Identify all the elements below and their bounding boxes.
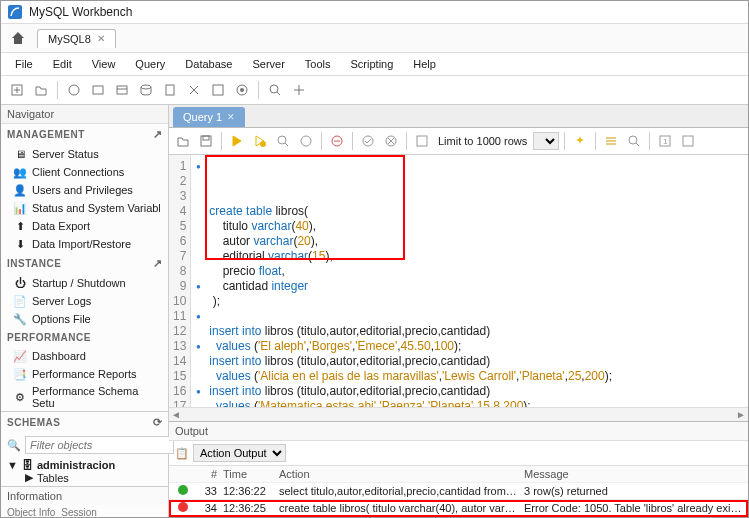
nav-server-status[interactable]: 🖥Server Status [1, 145, 168, 163]
svg-point-8 [141, 85, 151, 89]
statement-markers: ●●●●● [191, 155, 205, 407]
search-icon: 🔍 [7, 439, 21, 452]
tool-icon-5[interactable] [160, 80, 180, 100]
instance-header: INSTANCE ↗ [1, 253, 168, 274]
invisible-chars-icon[interactable] [624, 131, 644, 151]
close-icon[interactable]: ✕ [227, 112, 235, 122]
tool-icon-3[interactable] [112, 80, 132, 100]
separator [649, 132, 650, 150]
wrap-icon[interactable]: 1 [655, 131, 675, 151]
schema-filter-input[interactable] [25, 436, 174, 454]
new-sql-tab-icon[interactable] [7, 80, 27, 100]
nav-status-variables[interactable]: 📊Status and System Variabl [1, 199, 168, 217]
autocommit-icon[interactable] [412, 131, 432, 151]
separator [564, 132, 565, 150]
startup-icon: ⏻ [13, 276, 27, 290]
query-tab[interactable]: Query 1 ✕ [173, 107, 245, 127]
nav-server-logs[interactable]: 📄Server Logs [1, 292, 168, 310]
nav-dashboard[interactable]: 📈Dashboard [1, 347, 168, 365]
logs-icon: 📄 [13, 294, 27, 308]
connection-tab[interactable]: MySQL8 ✕ [37, 29, 116, 48]
refresh-icon[interactable]: ⟳ [153, 416, 163, 429]
save-icon[interactable] [196, 131, 216, 151]
nav-client-connections[interactable]: 👥Client Connections [1, 163, 168, 181]
execute-icon[interactable] [227, 131, 247, 151]
schema-tables[interactable]: ▶Tables [7, 471, 162, 484]
limit-label: Limit to 1000 rows [435, 135, 530, 147]
nav-data-export[interactable]: ⬆Data Export [1, 217, 168, 235]
svg-point-18 [278, 136, 286, 144]
menu-server[interactable]: Server [244, 55, 292, 73]
editor-toolbar: Limit to 1000 rows 1 [169, 128, 748, 155]
open-file-icon[interactable] [173, 131, 193, 151]
menu-tools[interactable]: Tools [297, 55, 339, 73]
tab-object-info[interactable]: Object Info [7, 507, 55, 518]
home-button[interactable] [7, 28, 29, 48]
execute-current-icon[interactable] [250, 131, 270, 151]
close-icon[interactable]: ✕ [97, 33, 105, 44]
nav-data-import[interactable]: ⬇Data Import/Restore [1, 235, 168, 253]
schema-db[interactable]: ▼🗄administracion [7, 459, 162, 471]
menu-file[interactable]: File [7, 55, 41, 73]
tool-icon-7[interactable] [208, 80, 228, 100]
limit-select[interactable] [533, 132, 559, 150]
output-row[interactable]: 33 12:36:22 select titulo,autor,editoria… [169, 483, 748, 500]
nav-startup-shutdown[interactable]: ⏻Startup / Shutdown [1, 274, 168, 292]
svg-rect-5 [93, 86, 103, 94]
output-header: # Time Action Message [169, 466, 748, 483]
output-row-error[interactable]: 34 12:36:25 create table libros( titulo … [169, 500, 748, 517]
code-area[interactable]: create table libros( titulo varchar(40),… [205, 155, 616, 407]
explain-icon[interactable] [273, 131, 293, 151]
svg-rect-0 [8, 5, 22, 19]
tab-session[interactable]: Session [61, 507, 97, 518]
stop-icon[interactable] [296, 131, 316, 151]
object-info-tabs: Object Info Session [1, 505, 168, 518]
svg-rect-6 [117, 86, 127, 94]
tool-icon-8[interactable] [232, 80, 252, 100]
rollback-icon[interactable] [381, 131, 401, 151]
line-gutter: 1234567891011121314151617 [169, 155, 191, 407]
dashboard-icon: 📈 [13, 349, 27, 363]
tool-icon-2[interactable] [88, 80, 108, 100]
schema-setup-icon: ⚙ [13, 390, 27, 404]
svg-point-13 [270, 85, 278, 93]
open-sql-icon[interactable] [31, 80, 51, 100]
commit-icon[interactable] [358, 131, 378, 151]
editor-scrollbar[interactable]: ◄► [169, 407, 748, 421]
svg-rect-9 [166, 85, 174, 95]
snippets-icon[interactable] [678, 131, 698, 151]
collapse-icon[interactable]: ↗ [153, 128, 163, 141]
collapse-icon[interactable]: ↗ [153, 257, 163, 270]
nav-users-privileges[interactable]: 👤Users and Privileges [1, 181, 168, 199]
menu-help[interactable]: Help [405, 55, 444, 73]
svg-point-4 [69, 85, 79, 95]
svg-line-14 [277, 92, 280, 95]
output-menu-icon[interactable]: 📋 [175, 447, 189, 460]
expand-icon[interactable]: ▼ [7, 459, 18, 471]
menu-database[interactable]: Database [177, 55, 240, 73]
output-grid: # Time Action Message 33 12:36:22 select… [169, 466, 748, 517]
toggle-icon-1[interactable] [327, 131, 347, 151]
beautify-icon[interactable] [570, 131, 590, 151]
expand-icon[interactable]: ▶ [25, 471, 33, 484]
tool-icon-1[interactable] [64, 80, 84, 100]
navigator-panel: Navigator MANAGEMENT ↗ 🖥Server Status 👥C… [1, 105, 169, 517]
nav-perf-reports[interactable]: 📑Performance Reports [1, 365, 168, 383]
separator [595, 132, 596, 150]
menu-view[interactable]: View [84, 55, 124, 73]
connection-tabs: MySQL8 ✕ [1, 24, 748, 53]
nav-options-file[interactable]: 🔧Options File [1, 310, 168, 328]
menu-query[interactable]: Query [127, 55, 173, 73]
information-header: Information [1, 486, 168, 505]
tool-icon-6[interactable] [184, 80, 204, 100]
find-icon[interactable] [601, 131, 621, 151]
output-type-select[interactable]: Action Output [193, 444, 286, 462]
tool-icon-4[interactable] [136, 80, 156, 100]
sql-editor[interactable]: 1234567891011121314151617 ●●●●● create t… [169, 155, 748, 407]
tool-icon-10[interactable] [289, 80, 309, 100]
menu-scripting[interactable]: Scripting [343, 55, 402, 73]
management-list: 🖥Server Status 👥Client Connections 👤User… [1, 145, 168, 253]
menu-edit[interactable]: Edit [45, 55, 80, 73]
nav-perf-schema[interactable]: ⚙Performance Schema Setu [1, 383, 168, 411]
tool-icon-9[interactable] [265, 80, 285, 100]
